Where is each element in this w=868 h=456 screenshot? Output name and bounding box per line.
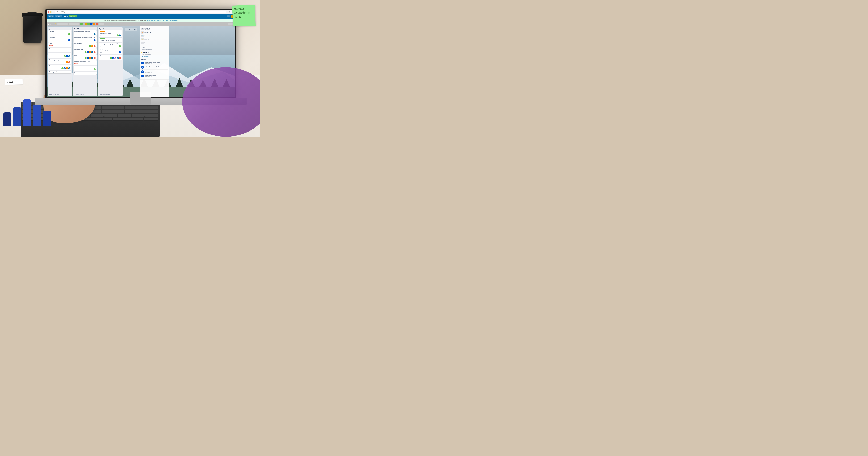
card-planning-customers[interactable]: Planning customers acquisition campaign …: [48, 53, 71, 58]
card-bug-hunting[interactable]: Bug hunting # E: [48, 36, 71, 42]
visibility-label: Team Visible: [60, 24, 67, 25]
card-develop-schedule[interactable]: Develop a schedule A: [73, 66, 96, 71]
card-monitoring-progress[interactable]: Monitoring progress ⊙ 5 E: [99, 49, 122, 54]
list-sprint3-header: Sprint 3 ···: [98, 27, 123, 30]
list-sprint3: Sprint 3 ··· Developing the budget ☺: [98, 27, 123, 96]
card-demo-sprint1[interactable]: Demo A E J K: [48, 65, 71, 70]
browser-url-bar[interactable]: trello.com/b/Q1goals: [55, 11, 226, 13]
card-hiring-qa[interactable]: Hiring QA A: [48, 30, 71, 36]
activity-item-4: K Karina added abletono1... a few second…: [141, 74, 168, 78]
jump-to-button[interactable]: Jump to...: [55, 16, 62, 18]
panel-activity: Activity K Karina added sorsofia601 to D…: [140, 58, 169, 80]
activity-time-1: a few seconds ago: [145, 63, 161, 64]
add-card-sprint2[interactable]: + Add another card: [73, 93, 96, 96]
panel-about-item[interactable]: ℹ About This Add a descr...: [141, 27, 168, 31]
activity-avatar-4: K: [141, 75, 144, 78]
card-developing-budget[interactable]: Developing the budget ☺ A K: [99, 30, 122, 37]
activity-item-1: K Karina added sorsofia601 to Demo a few…: [141, 61, 168, 65]
blue-bar-1: [3, 112, 11, 126]
change-bg-label: Change Ba...: [145, 32, 152, 33]
add-powerup-btn[interactable]: Add Power-Up...: [141, 56, 168, 57]
board-members: K A E J S: [85, 23, 98, 25]
stats-date: 28 Feb: [49, 45, 53, 47]
add-list-area: + Add another list: [124, 27, 138, 96]
avatar-e: E: [68, 39, 70, 41]
invite-button[interactable]: Invite: [99, 23, 104, 25]
card-ensuring-satisfaction[interactable]: Ensuring customer satisfaction: [99, 38, 122, 42]
member-s[interactable]: S: [96, 23, 98, 25]
card-determine-resources[interactable]: Determine available resources ☺ K: [73, 30, 96, 36]
panel-search-cards[interactable]: 🔍 Search Cards: [141, 34, 168, 37]
list-sprint2: Sprint 2 ··· Determine available resourc…: [73, 27, 97, 96]
resend-email-link[interactable]: Resend email: [157, 20, 164, 21]
sprint3-menu[interactable]: ···: [119, 28, 122, 30]
browser-maximize-dot[interactable]: [51, 11, 53, 12]
card-stats[interactable]: Stats 28 Feb: [48, 42, 71, 47]
card-demo-sprint2[interactable]: Demo A E J K S: [73, 54, 96, 60]
member-k[interactable]: K: [85, 23, 87, 25]
member-a[interactable]: A: [87, 23, 90, 25]
add-list-button[interactable]: + Add another list: [125, 28, 137, 31]
card-organizing[interactable]: Organizing and motivating a project team…: [73, 36, 96, 42]
check-inbox-link[interactable]: Check your inbox: [147, 20, 156, 21]
activity-text-3: Karina added #ew29058 t...: [145, 70, 157, 72]
activity-avatar-1: K: [141, 62, 144, 64]
powerups-subtitle: Google Drive and more: [141, 54, 168, 55]
card-test-features[interactable]: Test new features ↑ 2: [48, 48, 71, 52]
browser-minimize-dot[interactable]: [50, 11, 51, 12]
visibility-icon: 👁: [58, 24, 60, 25]
sprint2-menu[interactable]: ···: [94, 28, 96, 30]
card-analyzing-risk[interactable]: Analyzing and managing project risk ⊙ 1 …: [99, 42, 122, 48]
email-bar-text: Please confirm your email address (lambe…: [103, 20, 146, 21]
powerups-title: ⚡ Power-Ups: [141, 52, 168, 53]
card-sequence-activity[interactable]: Sequence activity P A E J K S: [73, 48, 96, 54]
blue-bar-5: [43, 111, 51, 126]
activity-text-1: Karina added sorsofia601 to Demo: [145, 62, 161, 63]
card-backlog[interactable]: Backlog prioritization: [48, 70, 71, 73]
panel-more[interactable]: ··· More: [141, 41, 168, 45]
sprint1-menu[interactable]: ···: [69, 28, 71, 30]
stickers-label: Stickers: [145, 39, 149, 40]
card-label-green: [100, 38, 105, 39]
about-icon: ℹ: [141, 28, 144, 30]
add-card-sprint1[interactable]: + Add another card: [48, 93, 71, 96]
avatar-a: A: [68, 33, 70, 35]
card-define-activity[interactable]: Define activity A J S: [73, 42, 96, 48]
trello-header: Boards Jump to... Trello New stuff! 🔍 K: [46, 14, 235, 19]
butler-header-btn[interactable]: Butler: [228, 23, 233, 25]
add-card-sprint3[interactable]: + Add another card: [99, 93, 122, 96]
card-demo-sprint3[interactable]: Demo P A E 2 K S: [99, 55, 122, 60]
activity-time-4: a few seconds ago: [145, 76, 157, 77]
board-title[interactable]: Q1 goals: [48, 23, 54, 25]
search-cards-icon: 🔍: [141, 34, 144, 37]
list-sprint1: Sprint 1 ··· Hiring QA: [48, 27, 72, 96]
sprint2-title: Sprint 2: [74, 28, 79, 30]
no-receive-link[interactable]: Didn't receive the email?: [166, 20, 179, 21]
blue-bars-decoration: [0, 99, 51, 126]
blue-bar-2: [13, 107, 21, 126]
board-visibility-badge[interactable]: 👁 Team Visible: [58, 23, 68, 25]
member-j[interactable]: J: [93, 23, 95, 25]
stickers-icon: ✨: [141, 38, 144, 40]
panel-change-bg[interactable]: 🎨 Change Ba...: [141, 31, 168, 34]
sprint3-cards: Developing the budget ☺ A K: [98, 30, 123, 93]
board-team-badge[interactable]: ABC Dev Team: [69, 23, 79, 25]
header-search-icon[interactable]: 🔍: [227, 16, 230, 18]
card-maintain-schedule[interactable]: Maintain a schedule: [73, 72, 96, 74]
member-e[interactable]: E: [90, 23, 93, 25]
panel-powerups: ⚡ Power-Ups Google Drive and more Add Po…: [140, 51, 169, 58]
card-estimate-duration[interactable]: Estimate the duration of activity 28 Feb: [73, 60, 96, 65]
butler-title: Butler: [141, 47, 168, 48]
panel-stickers[interactable]: ✨ Stickers: [141, 37, 168, 41]
email-confirmation-bar: Please confirm your email address (lambe…: [46, 19, 235, 22]
new-stuff-button[interactable]: New stuff!: [69, 16, 77, 18]
butler-subtitle: Automate cards and more: [141, 49, 168, 50]
boards-button[interactable]: Boards: [48, 16, 54, 18]
activity-time-3: a few seconds ago: [145, 72, 157, 73]
activity-text-4: Karina added abletono1...: [145, 75, 157, 76]
header-right-actions: 🔍 K: [227, 15, 233, 18]
browser-close-dot[interactable]: [48, 11, 49, 12]
about-label: About This: [145, 28, 150, 29]
right-panel: ℹ About This Add a descr... 🎨 Change Ba.…: [140, 26, 169, 97]
card-resource-planning[interactable]: Resource planning J S: [48, 59, 71, 64]
